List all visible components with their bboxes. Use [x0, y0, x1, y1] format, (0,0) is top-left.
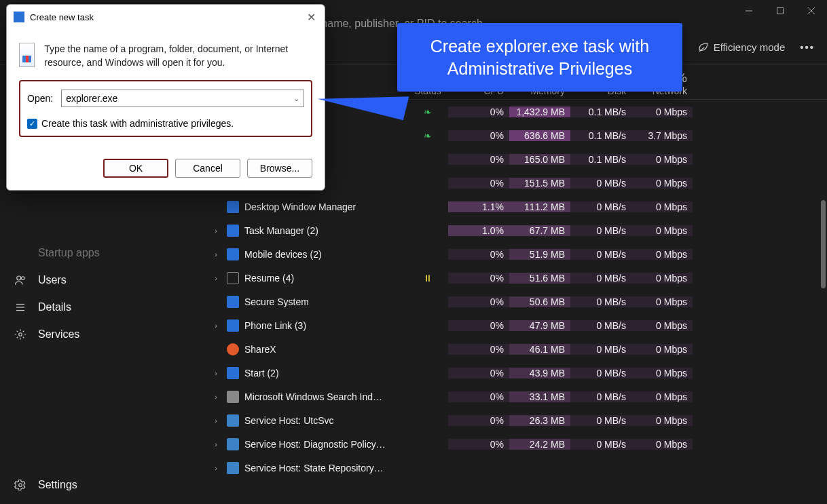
sidebar-item-users[interactable]: Users — [0, 267, 204, 294]
cpu-cell: 0% — [448, 391, 509, 402]
table-row[interactable]: Desktop Window Manager1.1%111.2 MB0 MB/s… — [204, 195, 827, 218]
process-name: Phone Link (3) — [244, 320, 306, 331]
network-cell: 0 Mbps — [631, 106, 693, 117]
memory-cell: 46.1 MB — [509, 344, 570, 355]
scrollbar[interactable] — [821, 200, 826, 288]
expand-icon[interactable]: › — [210, 227, 221, 235]
process-name: Mobile devices (2) — [244, 249, 322, 260]
process-icon — [227, 438, 239, 450]
table-row[interactable]: ›Service Host: Diagnostic Policy…0%24.2 … — [204, 432, 827, 456]
process-icon — [227, 414, 239, 427]
memory-cell: 51.6 MB — [509, 273, 570, 284]
admin-privileges-checkbox[interactable]: ✓ — [27, 119, 37, 129]
network-cell: 0 Mbps — [631, 439, 693, 450]
table-row[interactable]: ShareX0%46.1 MB0 MB/s0 Mbps — [204, 337, 827, 361]
minimize-button[interactable] — [733, 0, 765, 22]
expand-icon[interactable]: › — [210, 322, 221, 330]
network-cell: 0 Mbps — [631, 201, 693, 212]
chevron-down-icon: ⌄ — [293, 94, 299, 103]
cpu-cell: 0% — [448, 130, 509, 141]
process-icon — [227, 272, 239, 284]
network-cell: 3.7 Mbps — [631, 130, 693, 141]
memory-cell: 50.6 MB — [509, 296, 570, 307]
dialog-title: Create new task — [30, 12, 94, 22]
process-icon — [227, 201, 239, 213]
settings-icon — [14, 478, 27, 492]
memory-cell: 1,432.9 MB — [509, 106, 570, 117]
process-name: Start (2) — [244, 368, 279, 379]
network-cell: 0 Mbps — [631, 368, 693, 379]
disk-cell: 0 MB/s — [570, 296, 631, 307]
table-row[interactable]: ›Resume (4)⏸0%51.6 MB0 MB/s0 Mbps — [204, 266, 827, 290]
disk-cell: 0 MB/s — [570, 225, 631, 236]
browse-button[interactable]: Browse... — [247, 159, 312, 178]
memory-cell: 47.9 MB — [509, 320, 570, 331]
maximize-button[interactable] — [765, 0, 796, 22]
svg-point-5 — [22, 277, 25, 280]
svg-rect-1 — [777, 8, 784, 14]
table-row[interactable]: ›Mobile devices (2)0%51.9 MB0 MB/s0 Mbps — [204, 242, 827, 266]
open-combobox[interactable]: explorer.exe ⌄ — [61, 90, 304, 107]
process-name: Secure System — [244, 296, 309, 307]
annotation-callout: Create explorer.exe task with Administra… — [397, 23, 682, 92]
close-button[interactable] — [796, 0, 827, 22]
expand-icon[interactable]: › — [210, 416, 221, 425]
sidebar-item-settings[interactable]: Settings — [0, 471, 204, 499]
rocket-icon — [14, 246, 27, 260]
sidebar-item-startup-apps[interactable]: Startup apps — [0, 239, 204, 267]
expand-icon[interactable]: › — [210, 440, 221, 448]
network-cell: 0 Mbps — [631, 391, 693, 402]
expand-icon[interactable]: › — [210, 393, 221, 401]
disk-cell: 0 MB/s — [570, 344, 631, 355]
run-icon — [14, 12, 24, 22]
expand-icon[interactable]: › — [210, 250, 221, 258]
table-row[interactable]: ›Service Host: UtcSvc0%26.3 MB0 MB/s0 Mb… — [204, 408, 827, 432]
sidebar-item-details[interactable]: Details — [0, 294, 204, 321]
network-cell: 0 Mbps — [631, 249, 693, 260]
process-name: ShareX — [244, 344, 276, 355]
network-cell: 0 Mbps — [631, 154, 693, 165]
disk-cell: 0 MB/s — [570, 368, 631, 379]
process-name: Desktop Window Manager — [244, 201, 356, 212]
disk-cell: 0.1 MB/s — [570, 106, 631, 117]
table-row[interactable]: ›Service Host: State Repository… — [204, 456, 827, 480]
table-row[interactable]: Secure System0%50.6 MB0 MB/s0 Mbps — [204, 290, 827, 313]
process-icon — [227, 462, 239, 474]
efficiency-leaf-icon: ❧ — [424, 106, 432, 117]
cpu-cell: 0% — [448, 344, 509, 355]
ok-button[interactable]: OK — [103, 159, 168, 178]
table-row[interactable]: ›Start (2)0%43.9 MB0 MB/s0 Mbps — [204, 361, 827, 385]
memory-cell: 111.2 MB — [509, 201, 570, 212]
dialog-titlebar: Create new task ✕ — [7, 5, 325, 29]
status-cell: ❧ — [407, 130, 448, 141]
svg-point-9 — [19, 333, 22, 336]
expand-icon[interactable]: › — [210, 464, 221, 472]
process-name: Microsoft Windows Search Ind… — [244, 391, 382, 402]
process-name: Resume (4) — [244, 273, 294, 284]
disk-cell: 0 MB/s — [570, 391, 631, 402]
efficiency-leaf-icon: ❧ — [424, 130, 432, 141]
dialog-close-button[interactable]: ✕ — [304, 10, 318, 24]
memory-cell: 26.3 MB — [509, 415, 570, 426]
expand-icon[interactable]: › — [210, 274, 221, 282]
cpu-cell: 0% — [448, 154, 509, 165]
list-icon — [14, 301, 27, 314]
cpu-cell: 0% — [448, 439, 509, 450]
efficiency-mode-button[interactable]: Efficiency mode — [697, 41, 786, 54]
disk-cell: 0 MB/s — [570, 320, 631, 331]
table-row[interactable]: ›Microsoft Windows Search Ind…0%33.1 MB0… — [204, 385, 827, 408]
cancel-button[interactable]: Cancel — [175, 159, 240, 178]
sidebar-item-services[interactable]: Services — [0, 321, 204, 348]
memory-cell: 165.0 MB — [509, 154, 570, 165]
memory-cell: 43.9 MB — [509, 368, 570, 379]
table-row[interactable]: ›Phone Link (3)0%47.9 MB0 MB/s0 Mbps — [204, 313, 827, 337]
cpu-cell: 0% — [448, 106, 509, 117]
table-row[interactable]: ›Task Manager (2)1.0%67.7 MB0 MB/s0 Mbps — [204, 218, 827, 242]
network-cell: 0 Mbps — [631, 415, 693, 426]
expand-icon[interactable]: › — [210, 369, 221, 377]
more-options-button[interactable]: ••• — [800, 41, 815, 53]
process-name: Service Host: Diagnostic Policy… — [244, 439, 386, 450]
disk-cell: 0 MB/s — [570, 249, 631, 260]
disk-cell: 0 MB/s — [570, 201, 631, 212]
disk-cell: 0.1 MB/s — [570, 154, 631, 165]
